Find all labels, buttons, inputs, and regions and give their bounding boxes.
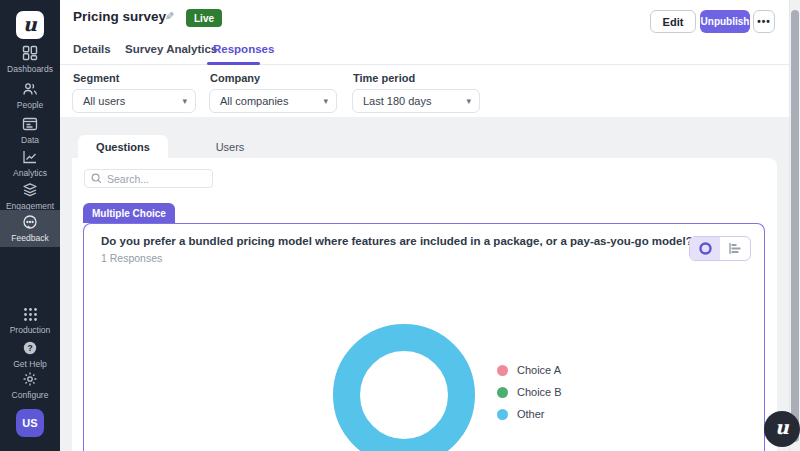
tab-questions[interactable]: Questions — [78, 135, 168, 159]
legend-item-other[interactable]: Other — [497, 408, 562, 420]
sidebar-item-label: Configure — [12, 390, 49, 400]
segment-dropdown-value: All users — [83, 95, 125, 107]
unpublish-button[interactable]: Unpublish — [700, 10, 750, 33]
edit-title-pencil-icon[interactable]: ✎ — [165, 10, 174, 23]
gear-icon — [22, 371, 38, 387]
donut-chart-toggle-button[interactable] — [690, 237, 720, 260]
question-text: Do you prefer a bundled pricing model wh… — [101, 235, 711, 247]
chart-type-toggle — [689, 236, 751, 261]
chevron-down-icon: ▾ — [466, 96, 471, 106]
sidebar-item-label: Get Help — [13, 359, 47, 369]
userpilot-logo-glyph: u — [23, 15, 37, 36]
more-options-button[interactable]: ••• — [753, 10, 775, 33]
survey-tab-bar: Details Survey Analytics Responses — [60, 40, 800, 65]
sidebar-item-label: Feedback — [11, 233, 48, 243]
production-grid-icon — [23, 307, 38, 322]
tab-users[interactable]: Users — [190, 135, 270, 159]
data-icon — [22, 116, 38, 132]
sidebar-item-people[interactable]: People — [0, 81, 60, 110]
tab-survey-analytics[interactable]: Survey Analytics — [125, 43, 217, 55]
legend-label: Other — [517, 408, 545, 420]
responses-count: 1 Responses — [101, 252, 162, 264]
search-input[interactable] — [107, 173, 197, 185]
scrollbar-thumb[interactable] — [791, 10, 799, 442]
sidebar-item-data[interactable]: Data — [0, 116, 60, 145]
people-icon — [22, 81, 38, 97]
bar-chart-toggle-button[interactable] — [720, 237, 750, 260]
edit-button[interactable]: Edit — [650, 10, 696, 33]
user-avatar[interactable]: US — [16, 409, 44, 437]
legend-label: Choice B — [517, 386, 562, 398]
legend-dot-other — [497, 409, 508, 420]
tab-details[interactable]: Details — [73, 43, 111, 55]
analytics-icon — [22, 149, 38, 165]
question-type-tag: Multiple Choice — [83, 203, 175, 223]
company-dropdown-value: All companies — [220, 95, 288, 107]
sidebar-item-label: Production — [10, 325, 51, 335]
chevron-down-icon: ▾ — [323, 96, 328, 106]
legend-item-choice-a[interactable]: Choice A — [497, 364, 562, 376]
segment-filter-label: Segment — [73, 72, 119, 84]
search-icon — [91, 173, 102, 184]
sidebar-item-production[interactable]: Production — [0, 307, 60, 335]
avatar-initials: US — [22, 417, 37, 429]
scrollbar-track[interactable] — [789, 0, 800, 451]
dashboards-icon — [22, 45, 38, 61]
tab-responses[interactable]: Responses — [213, 43, 274, 55]
sidebar-item-label: Analytics — [13, 168, 47, 178]
userpilot-badge-glyph: u — [775, 418, 789, 440]
help-icon: ? — [22, 340, 38, 356]
company-filter-label: Company — [210, 72, 260, 84]
svg-text:?: ? — [27, 343, 32, 353]
search-box[interactable] — [84, 169, 213, 188]
page-title: Pricing survey — [73, 9, 166, 24]
question-card: Do you prefer a bundled pricing model wh… — [83, 223, 765, 451]
time-period-dropdown-value: Last 180 days — [363, 95, 432, 107]
legend-dot-choice-a — [497, 365, 508, 376]
sidebar: u Dashboards People — [0, 0, 60, 451]
legend-item-choice-b[interactable]: Choice B — [497, 386, 562, 398]
time-period-dropdown[interactable]: Last 180 days ▾ — [352, 89, 480, 113]
sidebar-item-get-help[interactable]: ? Get Help — [0, 340, 60, 369]
sidebar-item-dashboards[interactable]: Dashboards — [0, 45, 60, 74]
responses-content: Questions Users Multiple Choice Do you p… — [60, 117, 800, 451]
sidebar-item-label: Data — [21, 135, 39, 145]
chart-legend: Choice A Choice B Other — [497, 364, 562, 430]
page-header: Pricing survey ✎ Live Edit Unpublish •••… — [60, 0, 800, 117]
donut-segment-other[interactable] — [347, 338, 462, 451]
status-badge: Live — [186, 9, 222, 27]
sidebar-item-feedback[interactable]: Feedback — [0, 210, 60, 247]
app-window: u Dashboards People — [0, 0, 800, 451]
bar-chart-icon — [728, 242, 742, 255]
segment-dropdown[interactable]: All users ▾ — [72, 89, 196, 113]
legend-label: Choice A — [517, 364, 561, 376]
active-tab-underline — [207, 62, 260, 65]
donut-chart[interactable] — [331, 322, 477, 451]
chevron-down-icon: ▾ — [182, 96, 187, 106]
legend-dot-choice-b — [497, 387, 508, 398]
userpilot-floating-badge[interactable]: u — [764, 411, 800, 447]
time-period-filter-label: Time period — [353, 72, 415, 84]
sidebar-item-label: People — [17, 100, 43, 110]
sidebar-item-label: Dashboards — [7, 64, 53, 74]
company-dropdown[interactable]: All companies ▾ — [209, 89, 337, 113]
feedback-icon — [22, 214, 38, 230]
sidebar-item-engagement[interactable]: Engagement — [0, 182, 60, 211]
userpilot-logo[interactable]: u — [16, 11, 44, 39]
engagement-icon — [22, 182, 38, 198]
questions-panel: Multiple Choice Do you prefer a bundled … — [72, 158, 777, 451]
donut-chart-icon — [698, 241, 713, 256]
sidebar-item-analytics[interactable]: Analytics — [0, 149, 60, 178]
sidebar-item-configure[interactable]: Configure — [0, 371, 60, 400]
